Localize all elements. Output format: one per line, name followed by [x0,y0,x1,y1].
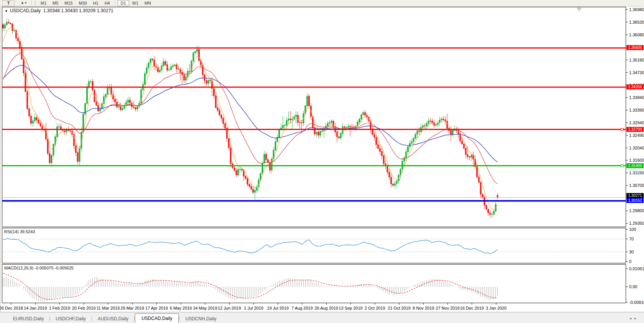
main-chart-svg[interactable] [0,0,644,323]
tab-scroll-arrows[interactable]: ◂▸ [629,316,639,323]
chart-tab-usdcad[interactable]: USDCAD,Daily [135,313,179,323]
chart-tab-usdcnh[interactable]: USDCNH,Daily [180,315,222,323]
tab-scroll-left-icon[interactable]: ◂ [629,316,634,320]
trading-platform-window: T ✦ ▾ M1M5M15M30H1H4D1W1MN ▼USDCAD,Daily… [0,0,644,323]
chart-tab-bar: EURUSD,Daily|USDCHF,Daily|AUDUSD,Daily|U… [0,312,644,323]
chart-tab-usdchf[interactable]: USDCHF,Daily [50,315,91,323]
chart-tab-audusd[interactable]: AUDUSD,Daily [92,315,134,323]
chart-tab-eurusd[interactable]: EURUSD,Daily [8,315,49,323]
tab-scroll-right-icon[interactable]: ▸ [634,316,639,320]
